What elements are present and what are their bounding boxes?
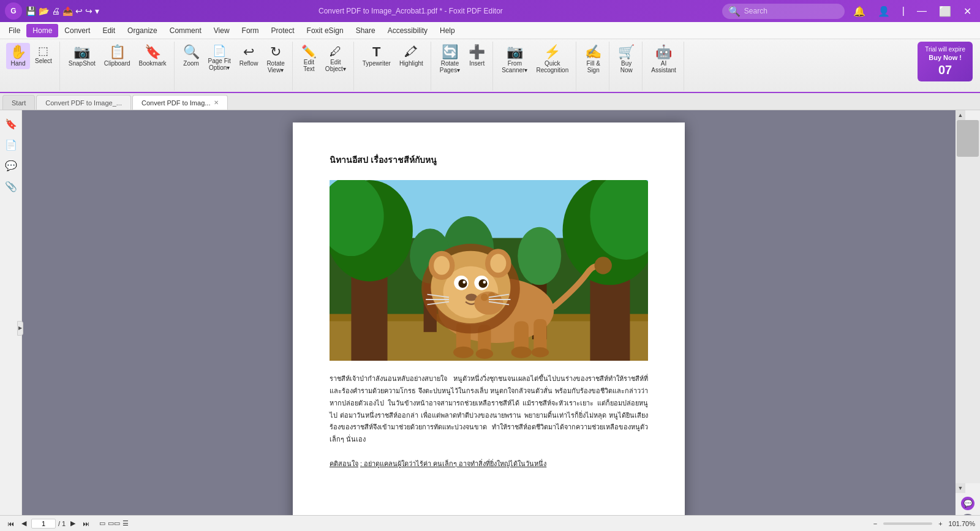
insert-btn[interactable]: ➕ Insert [465, 43, 489, 69]
tab-file2[interactable]: Convert PDF to Imag... ✕ [132, 95, 228, 110]
search-bar[interactable]: 🔍 [722, 4, 845, 19]
moral-underline: คติสอนใจ [330, 460, 358, 467]
save-icon[interactable]: 💾 [26, 6, 36, 16]
panel-collapse-arrow[interactable]: ▶ [17, 321, 23, 336]
tab-start[interactable]: Start [2, 95, 35, 110]
undo-icon[interactable]: ↩ [75, 6, 83, 16]
trial-button[interactable]: Trial will expire Buy Now ! 07 [918, 42, 973, 81]
notification-icon[interactable]: 🔔 [850, 4, 869, 18]
nav-prev-btn[interactable]: ◀ [19, 518, 29, 529]
left-panel-comments-btn[interactable]: 💬 [2, 157, 20, 174]
menu-file[interactable]: File [2, 24, 26, 37]
hand-tool-btn[interactable]: ✋ Hand [6, 43, 30, 69]
ribbon-group-buy: 🛒 BuyNow [611, 42, 643, 91]
zoom-out-btn[interactable]: − [871, 519, 880, 529]
zoom-icon: 🔍 [183, 45, 200, 59]
bookmark-btn[interactable]: 🔖 Bookmark [135, 43, 170, 69]
bottom-bar: ⏮ ◀ / 1 ▶ ⏭ ▭ ▭▭ ☰ − + 101.70% [0, 515, 980, 531]
chat-icon-right[interactable]: 💬 [961, 497, 974, 510]
left-panel-pages-btn[interactable]: 📄 [2, 136, 20, 153]
menu-share[interactable]: Share [350, 24, 382, 37]
page-layout-scroll[interactable]: ☰ [123, 519, 129, 527]
insert-icon: ➕ [469, 45, 485, 59]
menu-accessibility[interactable]: Accessibility [382, 24, 434, 37]
close-button[interactable]: ✕ [960, 4, 975, 18]
select-tool-btn[interactable]: ⬚ Select [31, 43, 56, 67]
clipboard-btn[interactable]: 📋 Clipboard [100, 43, 134, 69]
clipboard-label: Clipboard [104, 60, 130, 67]
left-panel-attach-btn[interactable]: 📎 [2, 178, 20, 195]
page-layout-double[interactable]: ▭▭ [108, 519, 120, 527]
fill-sign-btn[interactable]: ✍ Fill &Sign [581, 43, 605, 76]
nav-last-btn[interactable]: ⏭ [80, 519, 92, 529]
rotate-pages-btn[interactable]: 🔄 RotatePages▾ [436, 43, 464, 76]
menu-help[interactable]: Help [434, 24, 461, 37]
quick-recognition-btn[interactable]: ⚡ QuickRecognition [532, 43, 572, 76]
rotate-pages-label: RotatePages▾ [440, 60, 460, 73]
menu-protect[interactable]: Protect [265, 24, 301, 37]
tab-file1[interactable]: Convert PDF to Image_... [36, 95, 131, 110]
menu-form[interactable]: Form [236, 24, 265, 37]
buy-now-btn[interactable]: 🛒 BuyNow [614, 43, 638, 76]
menu-foxit-esign[interactable]: Foxit eSign [301, 24, 350, 37]
menu-home[interactable]: Home [26, 24, 58, 37]
content-area[interactable]: นิทานอีสป เรื่องราชสีห์กับหนู [22, 110, 956, 531]
svg-point-34 [462, 281, 466, 284]
ribbon-group-items-scanner: 📷 FromScanner▾ ⚡ QuickRecognition [498, 43, 572, 89]
ribbon-group-edit: ✏️ EditText 🖊 EditObject▾ [294, 42, 354, 91]
separator-title: | [899, 4, 908, 18]
pdf-image-container [330, 180, 648, 361]
lion-image [330, 180, 648, 361]
page-number-input[interactable] [31, 519, 56, 529]
rotate-view-icon: ↻ [270, 45, 281, 59]
fill-sign-label: Fill &Sign [587, 60, 600, 73]
buy-now-icon: 🛒 [618, 45, 635, 59]
ai-assistant-btn[interactable]: 🤖 AIAssistant [647, 43, 680, 76]
left-attach-icon: 📎 [5, 181, 17, 192]
from-scanner-btn[interactable]: 📷 FromScanner▾ [498, 43, 531, 76]
menu-organize[interactable]: Organize [121, 24, 164, 37]
highlight-btn[interactable]: 🖍 Highlight [396, 43, 427, 69]
snapshot-btn[interactable]: 📷 SnapShot [65, 43, 99, 69]
ribbon-group-items-sign: ✍ Fill &Sign [581, 43, 605, 89]
open-icon[interactable]: 📂 [39, 6, 49, 16]
from-scanner-label: FromScanner▾ [502, 60, 527, 73]
menu-edit[interactable]: Edit [96, 24, 121, 37]
print-icon[interactable]: 🖨 [51, 6, 60, 16]
tab-close-btn[interactable]: ✕ [214, 99, 219, 106]
highlight-icon: 🖍 [404, 45, 418, 59]
nav-first-btn[interactable]: ⏮ [5, 519, 17, 529]
zoom-slider[interactable] [883, 522, 932, 525]
page-fit-btn[interactable]: 📄 Page FitOption▾ [205, 43, 235, 73]
hand-icon: ✋ [10, 45, 26, 59]
search-input[interactable] [744, 7, 836, 15]
zoom-in-btn[interactable]: + [936, 519, 944, 529]
user-icon[interactable]: 👤 [874, 4, 894, 18]
rotate-view-btn[interactable]: ↻ RotateView▾ [263, 43, 288, 76]
menu-view[interactable]: View [208, 24, 236, 37]
maximize-button[interactable]: ⬜ [935, 4, 955, 18]
nav-next-btn[interactable]: ▶ [68, 518, 78, 529]
dropdown-icon[interactable]: ▾ [95, 6, 99, 16]
ribbon-group-zoom: 🔍 Zoom 📄 Page FitOption▾ ↩ Reflow ↻ Rota… [176, 42, 293, 91]
zoom-btn[interactable]: 🔍 Zoom [179, 43, 203, 69]
redo-icon[interactable]: ↪ [85, 6, 92, 16]
scrollbar-track[interactable] [956, 120, 980, 483]
menu-comment[interactable]: Comment [164, 24, 208, 37]
scrollbar-thumb[interactable] [957, 120, 979, 157]
tab-file2-label: Convert PDF to Imag... [141, 99, 210, 107]
edit-text-btn[interactable]: ✏️ EditText [298, 43, 320, 75]
scrollbar-down-btn[interactable]: ▼ [956, 483, 965, 493]
pdf-body: ราชสีห์เจ้าป่ากำลังนอนหลับอย่างสบายใจ หน… [330, 373, 648, 446]
scrollbar-up-btn[interactable]: ▲ [956, 110, 965, 120]
edit-object-btn[interactable]: 🖊 EditObject▾ [322, 43, 350, 75]
menu-convert[interactable]: Convert [58, 24, 96, 37]
typewriter-btn[interactable]: T Typewriter [359, 43, 394, 69]
page-layout-single[interactable]: ▭ [99, 519, 105, 527]
left-panel-bookmark-btn[interactable]: 🔖 [2, 115, 20, 132]
foxit-logo: G [5, 2, 22, 20]
minimize-button[interactable]: — [913, 4, 930, 18]
share-icon-title[interactable]: 📤 [62, 6, 73, 16]
snapshot-label: SnapShot [69, 60, 96, 67]
reflow-btn[interactable]: ↩ Reflow [236, 43, 262, 69]
